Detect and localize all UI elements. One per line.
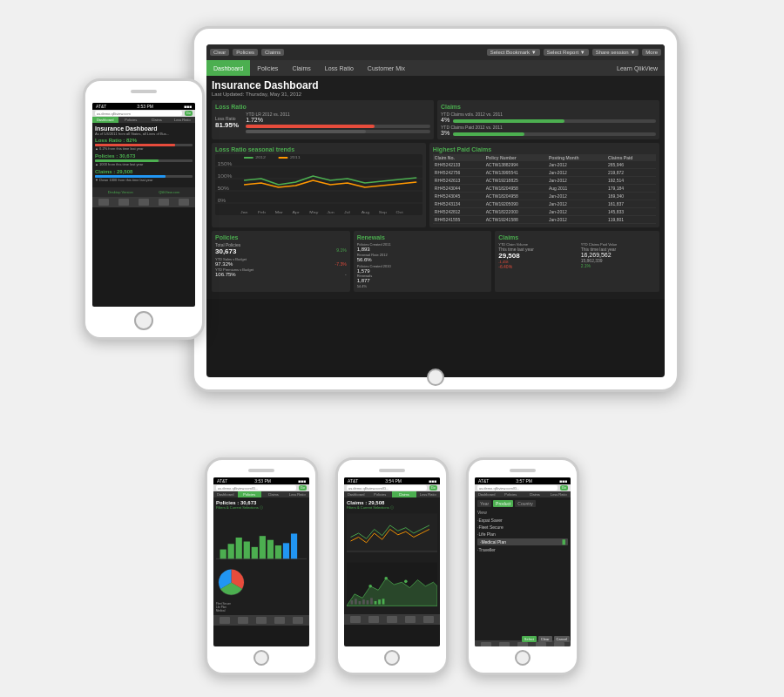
product-item-5[interactable]: ·Traveller [477,546,568,553]
nav-tabs[interactable] [179,199,189,206]
tab-policies[interactable]: Policies [250,60,285,76]
svg-rect-43 [359,601,362,605]
product-item-4[interactable]: ·Medical Plan █ [477,538,568,545]
renewals-panel: Renewals Policies Created 2011 1,893 Ren… [354,231,492,292]
tab-claims[interactable]: Claims [285,60,317,76]
phone-tab-claims[interactable]: Claims [144,117,170,123]
claims-btn[interactable]: Claims [261,49,284,56]
svg-text:Mar: Mar [275,211,284,214]
phone3-address[interactable]: us.demo.qlikview.com/G... Go [475,484,571,491]
phone2-nav [344,614,440,625]
phone3-url[interactable]: us.demo.qlikview.com/G... [477,485,558,491]
phone2-go[interactable]: Go [429,485,437,491]
tablet-home-button[interactable] [427,369,444,386]
share-btn[interactable]: Share session ▼ [592,49,639,56]
phone-tab-loss[interactable]: Loss Ratio [170,117,196,123]
phone2-nav-tabs[interactable] [423,616,434,623]
phone2-nav-share[interactable] [387,616,397,623]
phone3-nav-fwd[interactable] [499,642,510,646]
qlikview-link[interactable]: QlikView.com [159,190,179,194]
svg-rect-20 [279,157,288,159]
phone1-home-btn[interactable] [253,650,269,666]
svg-text:Aug: Aug [362,211,370,214]
more-btn[interactable]: More [642,49,661,56]
phone3-nav-share[interactable] [517,642,528,646]
phone2-tab-policies[interactable]: Policies [368,491,393,497]
phone1-nav-share[interactable] [256,617,267,624]
phone3-tab-claims[interactable]: Claims [523,491,547,497]
claims-paid-bar [453,132,656,136]
phone3-nav-back[interactable] [481,642,491,646]
nav-back[interactable] [98,199,109,206]
tab-dashboard[interactable]: Dashboard [206,60,250,76]
clear-btn-phone[interactable]: Clear [538,636,552,642]
url-bar[interactable]: us.demo.qlikview.com [95,111,182,116]
product-tab[interactable]: Product [493,500,513,507]
desktop-link[interactable]: Desktop Version [108,190,133,194]
phone3-tab-dash[interactable]: Dashboard [475,491,499,497]
year-tab[interactable]: Year [477,500,491,507]
svg-text:Apr: Apr [293,211,301,214]
phone-tab-policies[interactable]: Policies [118,117,145,123]
phone1-go[interactable]: Go [299,485,307,491]
phone2-tab-claims[interactable]: Claims [392,491,416,497]
renewal-rate-value: 56.6% [357,257,489,262]
tab-learn-qlikview[interactable]: Learn QlikView [610,60,665,76]
metric-loss-ratio: Loss Ratio : 82% ▲ 0.2% from this time l… [95,138,193,151]
bookmark-btn[interactable]: Select Bookmark ▼ [487,49,540,56]
phone1-nav-tabs[interactable] [293,617,303,624]
phone1-tab-policies[interactable]: Policies [238,491,262,497]
clear-btn[interactable]: Clear [210,49,229,56]
phone-address-bar[interactable]: us.demo.qlikview.com Go [92,110,195,117]
svg-text:Oct: Oct [395,211,403,214]
phone3-nav-bm[interactable] [536,642,546,646]
phone3-home-btn[interactable] [515,650,531,666]
svg-text:100%: 100% [218,174,233,179]
product-item-1[interactable]: ·Expat Saver [477,517,568,524]
phone2-carrier: AT&T [348,478,358,484]
phone2-home-btn[interactable] [384,650,400,666]
phone2-nav-back[interactable] [350,616,361,623]
nav-bookmark[interactable] [159,199,169,206]
phone2-tab-dash[interactable]: Dashboard [344,491,368,497]
phone1-tab-loss[interactable]: Loss Ratio [286,491,310,497]
tablet-content: Insurance Dashboard Last Updated: Thursd… [206,76,665,299]
phone3-go[interactable]: Go [560,485,568,491]
phone1-tab-dash[interactable]: Dashboard [213,491,238,497]
select-btn[interactable]: Select [522,636,537,642]
report-btn[interactable]: Select Report ▼ [544,49,589,56]
phone2-url[interactable]: us.demo.qlikview.com/G... [347,485,427,491]
phone2-nav-bm[interactable] [405,616,416,623]
phone-large-device: AT&T 3:53 PM ■■■ us.demo.qlikview.com Go… [83,78,205,340]
phone1-pie-chart [216,567,247,598]
go-btn[interactable]: Go [185,111,193,116]
ytd-premiums-value: 106.75% [215,272,236,277]
phone1-tab-claims[interactable]: Claims [261,491,286,497]
product-item-3[interactable]: ·Life Plan [477,531,568,538]
renewals-title: Renewals [357,234,489,240]
col-paid: Claims Paid [606,154,656,161]
phone-tab-dashboard[interactable]: Dashboard [92,117,118,123]
phone2-nav-fwd[interactable] [368,616,379,623]
nav-forward[interactable] [118,199,129,206]
ytd-claims-value: 4% [441,117,449,123]
phone1-url[interactable]: us.demo.qlikview.com/G... [216,485,296,491]
phone1-nav-fwd[interactable] [238,617,248,624]
phone3-nav-tabs[interactable] [554,642,564,646]
phone1-address[interactable]: us.demo.qlikview.com/G... Go [213,484,309,491]
phone1-nav-back[interactable] [220,617,230,624]
phone3-tab-loss[interactable]: Loss Ratio [547,491,571,497]
nav-share[interactable] [139,199,149,206]
phone1-nav-bm[interactable] [274,617,285,624]
policies-btn[interactable]: Policies [233,49,258,56]
phone-home-button[interactable] [134,311,153,330]
phone2-tab-loss[interactable]: Loss Ratio [416,491,441,497]
product-item-2[interactable]: ·Fleet Secure [477,524,568,531]
tab-loss-ratio[interactable]: Loss Ratio [318,60,361,76]
cancel-btn[interactable]: Cancel [554,636,570,642]
country-tab[interactable]: Country [515,500,536,507]
phone2-address[interactable]: us.demo.qlikview.com/G... Go [344,484,440,491]
svg-rect-44 [362,599,365,604]
phone3-tab-policies[interactable]: Policies [499,491,524,497]
tab-customer-mix[interactable]: Customer Mix [361,60,412,76]
